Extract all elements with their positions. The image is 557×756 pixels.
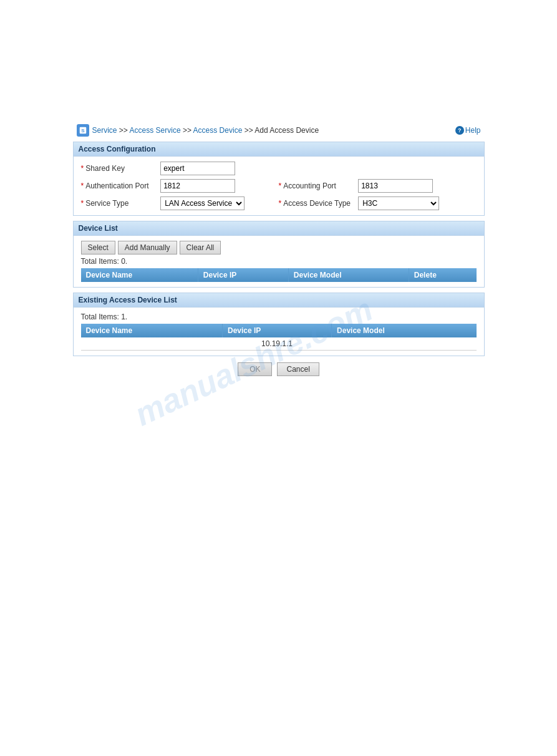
clear-all-button[interactable]: Clear All bbox=[180, 241, 221, 254]
existing-device-list-table: Device Name Device IP Device Model 10.19… bbox=[81, 324, 477, 351]
breadcrumb-current: Add Access Device bbox=[254, 126, 319, 135]
accounting-port-input[interactable] bbox=[358, 179, 433, 193]
help-link[interactable]: ? Help bbox=[455, 126, 481, 135]
accounting-port-group: * Accounting Port bbox=[279, 179, 477, 193]
service-type-label: Service Type bbox=[85, 199, 160, 208]
add-manually-button[interactable]: Add Manually bbox=[118, 241, 177, 254]
auth-port-group: * Authentication Port bbox=[81, 179, 279, 193]
access-configuration-header: Access Configuration bbox=[74, 142, 484, 157]
access-configuration-body: * Shared Key * Authentication Port * Acc… bbox=[74, 157, 484, 215]
existing-device-list-header: Existing Access Device List bbox=[74, 293, 484, 308]
breadcrumb-access-device[interactable]: Access Device bbox=[193, 126, 243, 135]
footer-buttons: OK Cancel bbox=[73, 362, 485, 376]
device-list-header: Device List bbox=[74, 221, 484, 236]
auth-port-label: Authentication Port bbox=[85, 182, 160, 190]
device-list-total: Total Items: 0. bbox=[81, 257, 477, 266]
device-toolbar: Select Add Manually Clear All bbox=[81, 241, 477, 254]
select-button[interactable]: Select bbox=[81, 241, 115, 254]
shared-key-required: * bbox=[81, 164, 84, 173]
breadcrumb-access-service[interactable]: Access Service bbox=[130, 126, 181, 135]
existing-device-list-table-body: 10.19.1.1 bbox=[81, 337, 477, 351]
device-list-table: Device Name Device IP Device Model Delet… bbox=[81, 268, 477, 282]
auth-port-input[interactable] bbox=[160, 179, 235, 193]
existing-device-model-cell bbox=[332, 337, 477, 351]
existing-table-header-row: Device Name Device IP Device Model bbox=[81, 324, 477, 337]
col-delete: Delete bbox=[409, 268, 476, 282]
access-device-type-select[interactable]: H3C bbox=[358, 196, 439, 210]
table-row: 10.19.1.1 bbox=[81, 337, 477, 351]
content-area: S Service >> Access Service >> Access De… bbox=[73, 0, 485, 376]
service-type-select[interactable]: LAN Access Service bbox=[160, 196, 245, 210]
logo-icon: S bbox=[77, 124, 89, 137]
device-list-section: Device List Select Add Manually Clear Al… bbox=[73, 221, 485, 288]
col-device-ip: Device IP bbox=[198, 268, 288, 282]
col-device-model: Device Model bbox=[288, 268, 409, 282]
help-label: Help bbox=[465, 126, 481, 135]
existing-device-name-cell bbox=[81, 337, 223, 351]
accounting-port-label: Accounting Port bbox=[283, 182, 358, 190]
type-row: * Service Type LAN Access Service * Acce… bbox=[81, 196, 477, 210]
col-device-name: Device Name bbox=[81, 268, 198, 282]
breadcrumb-bar: S Service >> Access Service >> Access De… bbox=[73, 122, 485, 139]
access-device-type-required: * bbox=[279, 199, 282, 208]
page-wrapper: manualshre.com S Service >> Access Servi… bbox=[0, 0, 557, 756]
existing-device-list-total: Total Items: 1. bbox=[81, 313, 477, 321]
access-device-type-label: Access Device Type bbox=[283, 199, 358, 208]
cancel-button[interactable]: Cancel bbox=[277, 362, 319, 376]
existing-col-device-ip: Device IP bbox=[222, 324, 331, 337]
existing-device-list-body: Total Items: 1. Device Name Device IP De… bbox=[74, 308, 484, 356]
help-icon: ? bbox=[455, 126, 464, 135]
service-type-required: * bbox=[81, 199, 84, 208]
ports-row: * Authentication Port * Accounting Port bbox=[81, 179, 477, 193]
shared-key-label: Shared Key bbox=[85, 164, 160, 173]
breadcrumb-service[interactable]: Service bbox=[92, 126, 117, 135]
shared-key-group: * Shared Key bbox=[81, 162, 477, 175]
breadcrumb: Service >> Access Service >> Access Devi… bbox=[92, 126, 319, 135]
access-device-type-group: * Access Device Type H3C bbox=[279, 196, 477, 210]
accounting-port-required: * bbox=[279, 182, 282, 190]
existing-device-list-section: Existing Access Device List Total Items:… bbox=[73, 293, 485, 356]
service-type-group: * Service Type LAN Access Service bbox=[81, 196, 279, 210]
ok-button[interactable]: OK bbox=[238, 362, 272, 376]
existing-device-ip-cell: 10.19.1.1 bbox=[222, 337, 331, 351]
existing-col-device-name: Device Name bbox=[81, 324, 223, 337]
shared-key-input[interactable] bbox=[160, 162, 235, 175]
svg-text:S: S bbox=[81, 128, 85, 133]
auth-port-required: * bbox=[81, 182, 84, 190]
shared-key-row: * Shared Key bbox=[81, 162, 477, 175]
access-configuration-section: Access Configuration * Shared Key * Auth… bbox=[73, 142, 485, 216]
device-list-table-header-row: Device Name Device IP Device Model Delet… bbox=[81, 268, 477, 282]
device-list-body: Select Add Manually Clear All Total Item… bbox=[74, 236, 484, 287]
existing-col-device-model: Device Model bbox=[332, 324, 477, 337]
